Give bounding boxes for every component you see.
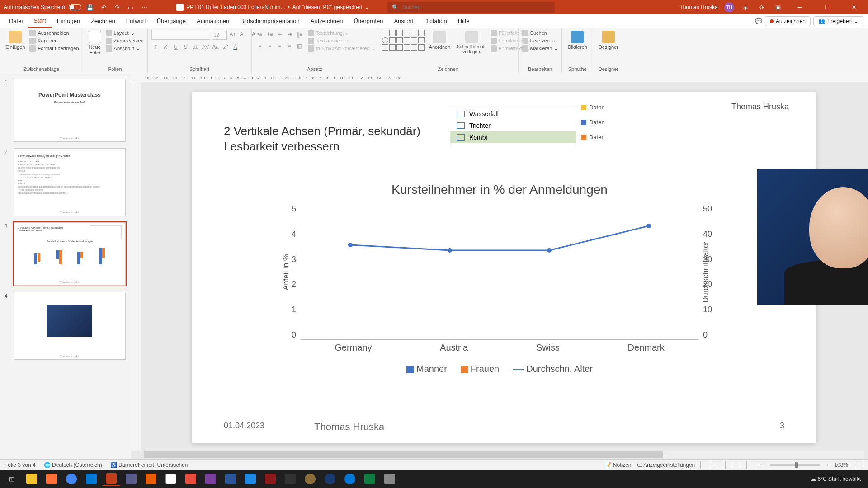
replace-button[interactable]: Ersetzen ⌄	[522, 38, 558, 44]
shape-icon[interactable]	[411, 30, 417, 36]
tab-dictation[interactable]: Dictation	[419, 14, 453, 28]
shape-icon[interactable]	[396, 37, 403, 43]
font-family-input[interactable]	[151, 30, 210, 40]
shapes-gallery[interactable]	[382, 30, 425, 51]
taskbar-app[interactable]	[82, 472, 100, 486]
taskbar-app[interactable]	[62, 472, 80, 486]
notes-button[interactable]: 📝 Notizen	[604, 462, 631, 468]
redo-icon[interactable]: ↷	[112, 2, 122, 12]
tab-uebergaenge[interactable]: Übergänge	[151, 14, 191, 28]
menu-item-selected[interactable]: Kombi	[450, 131, 576, 143]
horizontal-ruler[interactable]: 16 · 15 · 14 · 13 · 12 · 11 · 10 · 9 · 8…	[131, 74, 868, 82]
save-icon[interactable]: 💾	[85, 2, 95, 12]
shape-icon[interactable]	[411, 44, 417, 51]
designer-button[interactable]: Designer	[597, 30, 620, 51]
taskbar-app[interactable]	[142, 472, 160, 486]
fit-button[interactable]	[854, 461, 863, 469]
undo-icon[interactable]: ↶	[99, 2, 108, 12]
new-slide-button[interactable]: Neue Folie	[87, 30, 103, 56]
share-button[interactable]: 👥Freigeben⌄	[813, 16, 863, 26]
taskbar-app[interactable]	[301, 472, 319, 486]
shape-icon[interactable]	[396, 44, 403, 51]
accessibility-button[interactable]: ♿ Barrierefreiheit: Untersuchen	[110, 462, 188, 468]
chevron-down-icon[interactable]: ⌄	[365, 4, 369, 10]
grow-font-icon[interactable]: A↑	[228, 30, 237, 39]
shape-icon[interactable]	[382, 37, 388, 43]
weather-widget[interactable]: ☁ 6°C Stark bewölkt	[811, 476, 861, 482]
maximize-button[interactable]: ☐	[816, 0, 837, 14]
reset-button[interactable]: Zurücksetzen	[106, 38, 144, 44]
doc-name[interactable]: PPT 01 Roter Faden 003 Folien-Numm...	[186, 4, 285, 10]
search-box[interactable]: 🔍	[387, 2, 555, 13]
tab-start[interactable]: Start	[28, 14, 51, 28]
close-button[interactable]: ✕	[844, 0, 864, 14]
font-size-input[interactable]	[212, 30, 227, 40]
slide-counter[interactable]: Folie 3 von 4	[5, 462, 36, 468]
tab-aufzeichnen[interactable]: Aufzeichnen	[305, 14, 349, 28]
comments-icon[interactable]: 💬	[755, 18, 762, 24]
search-input[interactable]	[402, 4, 550, 10]
thumbnail-4[interactable]: Thomas Hruska	[14, 292, 126, 360]
taskbar-app[interactable]	[202, 472, 220, 486]
slideshow-icon[interactable]: ▭	[126, 2, 136, 12]
align-left-button[interactable]: ≡	[255, 42, 264, 51]
record-button[interactable]: Aufzeichnen	[765, 16, 811, 26]
shape-icon[interactable]	[418, 37, 425, 43]
indent-dec-button[interactable]: ⇤	[275, 30, 284, 39]
align-right-button[interactable]: ≡	[275, 42, 284, 51]
menu-item[interactable]: Trichter	[450, 120, 576, 131]
thumbnail-2[interactable]: Seitenanzahl einfügen und platzieren xxx…	[14, 148, 126, 216]
tab-hilfe[interactable]: Hilfe	[453, 14, 475, 28]
taskbar-app[interactable]	[222, 472, 240, 486]
tab-einfuegen[interactable]: Einfügen	[52, 14, 85, 28]
taskbar-app[interactable]	[102, 472, 120, 486]
menu-item[interactable]: Wasserfall	[450, 108, 576, 120]
spacing-button[interactable]: AV	[201, 42, 210, 52]
shadow-button[interactable]: ab	[191, 42, 200, 52]
taskbar-app[interactable]	[42, 472, 61, 486]
quickstyles-button[interactable]: Schnellformat- vorlagen	[455, 30, 487, 55]
taskbar-app[interactable]	[261, 472, 279, 486]
shape-icon[interactable]	[404, 37, 410, 43]
tab-ueberpruefen[interactable]: Überprüfen	[348, 14, 388, 28]
shape-icon[interactable]	[382, 44, 388, 51]
tab-animationen[interactable]: Animationen	[191, 14, 235, 28]
window-icon[interactable]: ▣	[773, 2, 783, 12]
zoom-slider[interactable]	[770, 464, 820, 466]
font-color-button[interactable]: A	[231, 42, 240, 52]
zoom-value[interactable]: 108%	[834, 462, 848, 468]
smartart-button[interactable]: In SmartArt konvertieren ⌄	[308, 45, 376, 52]
copy-button[interactable]: Kopieren	[29, 38, 79, 44]
case-button[interactable]: Aa	[211, 42, 220, 52]
system-tray[interactable]: ☁ 6°C Stark bewölkt	[811, 476, 865, 482]
taskbar-app[interactable]	[381, 472, 399, 486]
dictate-button[interactable]: Diktieren	[566, 30, 589, 51]
language-indicator[interactable]: 🌐 Deutsch (Österreich)	[44, 462, 102, 468]
columns-button[interactable]: ▥	[295, 42, 304, 51]
taskbar-app[interactable]	[361, 472, 379, 486]
numbering-button[interactable]: 1≡	[265, 30, 274, 39]
bullets-button[interactable]: •≡	[255, 30, 264, 39]
find-button[interactable]: Suchen	[522, 30, 558, 36]
underline-button[interactable]: U	[171, 42, 180, 52]
arrange-button[interactable]: Anordnen	[427, 30, 453, 51]
shape-icon[interactable]	[411, 37, 417, 43]
diamond-icon[interactable]: ◈	[741, 2, 750, 12]
minimize-button[interactable]: ─	[789, 0, 810, 14]
vertical-ruler[interactable]	[131, 82, 141, 451]
sorter-view-button[interactable]	[716, 461, 726, 469]
cut-button[interactable]: Ausschneiden	[29, 30, 79, 36]
shape-icon[interactable]	[418, 44, 425, 51]
start-button[interactable]: ⊞	[3, 472, 21, 486]
select-button[interactable]: Markieren ⌄	[522, 45, 558, 52]
shape-icon[interactable]	[396, 30, 403, 36]
bold-button[interactable]: F	[151, 42, 160, 52]
text-direction-button[interactable]: Textrichtung ⌄	[308, 30, 376, 36]
user-avatar[interactable]: TH	[724, 2, 734, 12]
display-settings-button[interactable]: 🖵 Anzeigeeinstellungen	[637, 462, 695, 468]
tab-ansicht[interactable]: Ansicht	[388, 14, 419, 28]
taskbar-app[interactable]	[281, 472, 299, 486]
align-center-button[interactable]: ≡	[265, 42, 274, 51]
more-icon[interactable]: ⋯	[139, 2, 149, 12]
shape-icon[interactable]	[389, 44, 396, 51]
